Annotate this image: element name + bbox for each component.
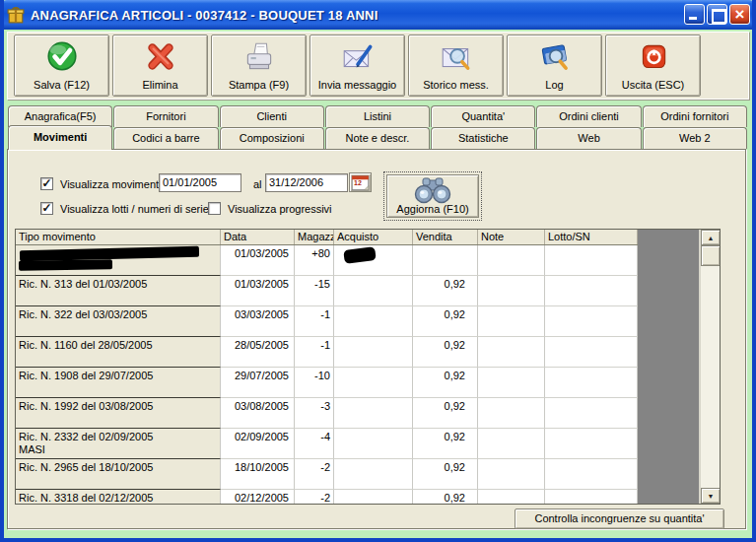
table-row[interactable]: 01/03/2005+80 (16, 245, 720, 276)
cell-acquisto (334, 459, 413, 490)
exit-button-label: Uscita (ESC) (622, 79, 685, 91)
cell-note (478, 276, 545, 306)
toolbar: Salva (F12) Elimina (7, 32, 749, 100)
tab-anagrafica[interactable]: Anagrafica(F5) (8, 105, 112, 127)
tab-movimenti[interactable]: Movimenti (8, 125, 112, 150)
cell-magazzino: -2 (295, 490, 334, 505)
table-row[interactable]: Ric. N. 1992 del 03/08/200503/08/2005-30… (16, 398, 720, 429)
tab-codici-a-barre[interactable]: Codici a barre (113, 127, 218, 149)
cell-lotto (545, 429, 638, 459)
scroll-up-button[interactable]: ▲ (701, 230, 721, 245)
cell-data: 01/03/2005 (221, 245, 295, 276)
close-button[interactable] (729, 4, 750, 25)
col-header-vendita[interactable]: Vendita (413, 230, 478, 244)
title-bar[interactable]: ANAGRAFICA ARTICOLI - 0037412 - BOUQUET … (0, 0, 756, 30)
calendar-button[interactable]: 12 (349, 172, 372, 192)
col-header-data[interactable]: Data (221, 230, 295, 244)
movimenti-page: ✓ Visualizza movimenti dal 01/01/2005 al… (7, 149, 746, 529)
log-button[interactable]: Log (507, 34, 602, 97)
scroll-down-button[interactable]: ▼ (701, 488, 721, 504)
col-header-note[interactable]: Note (478, 230, 545, 244)
cell-data: 03/08/2005 (221, 398, 295, 429)
cell-lotto (545, 276, 638, 306)
cell-lotto (545, 459, 638, 490)
col-header-lotto-sn[interactable]: Lotto/SN (545, 230, 638, 244)
cell-data: 02/09/2005 (221, 429, 295, 459)
tab-fornitori[interactable]: Fornitori (113, 105, 218, 127)
save-check-icon (44, 39, 80, 79)
cell-note (478, 337, 545, 368)
app-window: ANAGRAFICA ARTICOLI - 0037412 - BOUQUET … (0, 0, 756, 542)
log-book-icon (537, 39, 573, 79)
date-to-input[interactable]: 31/12/2006 (265, 173, 348, 192)
vertical-scrollbar[interactable]: ▲ ▼ (700, 230, 720, 504)
power-exit-icon (636, 39, 671, 79)
print-button[interactable]: Stampa (F9) (211, 34, 307, 97)
cell-vendita: 0,92 (413, 490, 478, 505)
cell-acquisto (334, 398, 413, 429)
tab-row-1: Anagrafica(F5) Fornitori Clienti Listini… (8, 105, 748, 127)
table-row[interactable]: Ric. N. 2965 del 18/10/200518/10/2005-20… (16, 459, 720, 490)
exit-button[interactable]: Uscita (ESC) (605, 34, 701, 97)
scrollbar-thumb[interactable] (701, 245, 721, 266)
delete-button[interactable]: Elimina (112, 34, 208, 97)
movements-table: Tipo movimento Data Magazzino Acquisto V… (15, 229, 721, 505)
tab-web-2[interactable]: Web 2 (643, 127, 747, 149)
table-row[interactable]: Ric. N. 2332 del 02/09/2005MASI005715740… (16, 429, 720, 459)
maximize-button[interactable] (707, 4, 727, 25)
cell-note (478, 245, 545, 276)
visualizza-movimenti-checkbox[interactable]: ✓ (40, 177, 53, 190)
cell-data: 03/03/2005 (221, 306, 295, 337)
cell-tipo: Ric. N. 322 del 03/03/2005 (16, 306, 221, 337)
tab-clienti[interactable]: Clienti (220, 105, 324, 127)
tab-note-e-descr[interactable]: Note e descr. (325, 127, 430, 149)
cell-tipo: Ric. N. 2332 del 02/09/2005MASI005715740… (16, 429, 221, 459)
save-button[interactable]: Salva (F12) (14, 34, 109, 97)
tab-composizioni[interactable]: Composizioni (220, 127, 324, 149)
send-message-button[interactable]: Invia messaggio (309, 34, 405, 97)
table-row[interactable]: Ric. N. 1908 del 29/07/200529/07/2005-10… (16, 368, 720, 398)
cell-lotto (545, 490, 638, 505)
cell-tipo: Ric. N. 1992 del 03/08/2005 (16, 398, 221, 429)
message-history-button[interactable]: Storico mess. (408, 34, 504, 97)
message-history-button-label: Storico mess. (423, 79, 489, 91)
tab-web[interactable]: Web (536, 127, 641, 149)
cell-note (478, 459, 545, 490)
col-header-magazzino[interactable]: Magazzino (295, 230, 334, 244)
controlla-incongruenze-button[interactable]: Controlla incongruenze su quantita' (515, 508, 724, 529)
visualizza-progressivi-label: Visualizza progressivi (228, 203, 332, 215)
col-header-acquisto[interactable]: Acquisto (334, 230, 413, 244)
visualizza-lotti-checkbox[interactable]: ✓ (40, 202, 53, 215)
col-header-tipo-movimento[interactable]: Tipo movimento (16, 230, 221, 244)
tab-quantita[interactable]: Quantita' (431, 105, 535, 127)
cell-tipo: Ric. N. 3318 del 02/12/2005 (16, 490, 221, 505)
cell-magazzino: -1 (295, 337, 334, 368)
cell-magazzino: -2 (295, 459, 334, 490)
delete-x-icon (143, 39, 178, 79)
cell-lotto (545, 306, 638, 337)
tab-statistiche[interactable]: Statistiche (431, 127, 535, 149)
cell-vendita (413, 245, 478, 276)
cell-magazzino: -3 (295, 398, 334, 429)
visualizza-progressivi-checkbox[interactable] (208, 202, 221, 215)
minimize-button[interactable] (684, 4, 705, 25)
table-row[interactable]: Ric. N. 322 del 03/03/200503/03/2005-10,… (16, 306, 720, 337)
log-button-label: Log (545, 79, 563, 91)
date-from-input[interactable]: 01/01/2005 (159, 173, 241, 192)
aggiorna-button[interactable]: Aggiorna (F10) (383, 171, 482, 221)
tab-ordini-fornitori[interactable]: Ordini fornitori (643, 105, 747, 127)
cell-data: 29/07/2005 (221, 368, 295, 398)
tab-ordini-clienti[interactable]: Ordini clienti (536, 105, 641, 127)
cell-vendita: 0,92 (413, 368, 478, 398)
message-history-icon (439, 39, 474, 79)
tab-listini[interactable]: Listini (325, 105, 430, 127)
table-row[interactable]: Ric. N. 1160 del 28/05/200528/05/2005-10… (16, 337, 720, 368)
table-row[interactable]: Ric. N. 313 del 01/03/200501/03/2005-150… (16, 276, 720, 306)
table-row[interactable]: Ric. N. 3318 del 02/12/200502/12/2005-20… (16, 490, 720, 505)
cell-note (478, 490, 545, 505)
cell-magazzino: -10 (295, 368, 334, 398)
save-button-label: Salva (F12) (34, 79, 90, 91)
table-header: Tipo movimento Data Magazzino Acquisto V… (16, 230, 720, 245)
cell-data: 01/03/2005 (221, 276, 295, 306)
window-title: ANAGRAFICA ARTICOLI - 0037412 - BOUQUET … (31, 8, 378, 23)
